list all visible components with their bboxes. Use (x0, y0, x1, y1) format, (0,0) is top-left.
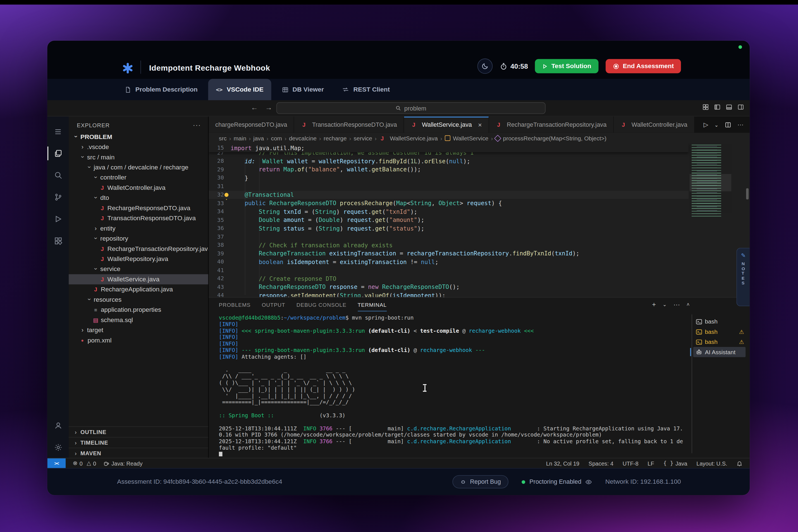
tree-item-java-com-devcalcine-recharge[interactable]: ›java / com / devcalcine / recharge (69, 162, 208, 172)
account-icon[interactable] (48, 415, 69, 437)
tree-item-problem[interactable]: ›PROBLEM (69, 132, 208, 142)
minimap-thumb[interactable] (690, 174, 731, 191)
editor-tab-transactionresponsedto[interactable]: JTransactionResponseDTO.java (294, 116, 404, 133)
tree-item-rechargetransactionrepository-java[interactable]: JRechargeTransactionRepository.java (69, 244, 208, 254)
terminal-item-bash[interactable]: bash (693, 317, 746, 327)
terminal-item-ai-assistant[interactable]: AI Assistant (693, 347, 746, 357)
terminal-output[interactable]: vscode@fd44bd2088b5:~/workspace/problem$… (219, 314, 685, 456)
tab-vscode-ide[interactable]: <> VSCode IDE (208, 79, 271, 100)
more-actions-icon[interactable]: ··· (673, 301, 680, 308)
lightbulb-icon[interactable] (224, 193, 229, 197)
cursor-position[interactable]: Ln 32, Col 19 (546, 460, 579, 467)
section-outline[interactable]: ›OUTLINE (69, 426, 208, 437)
close-icon[interactable]: × (478, 121, 482, 128)
page-title: Idempotent Recharge Webhook (149, 64, 270, 73)
maximize-panel-icon[interactable]: ˄ (687, 302, 690, 307)
tab-terminal[interactable]: TERMINAL (358, 298, 387, 311)
toggle-panel-icon[interactable] (726, 104, 732, 111)
menu-hamburger-icon[interactable] (48, 120, 69, 142)
editor-tab-rechargeresponsedto[interactable]: chargeResponseDTO.java (208, 116, 294, 133)
crumb[interactable]: recharge (323, 135, 347, 141)
run-file-icon[interactable]: ▷ (704, 121, 708, 128)
crumb[interactable]: com (271, 135, 282, 141)
tree-item-walletrepository-java[interactable]: JWalletRepository.java (69, 254, 208, 264)
tab-rest-client[interactable]: REST Client (334, 79, 397, 100)
tree-item-src-main[interactable]: ›src / main (69, 152, 208, 162)
command-search-input[interactable]: problem (276, 102, 545, 114)
tree-item-application-properties[interactable]: ≡application.properties (69, 305, 208, 315)
section-maven[interactable]: ›MAVEN (69, 448, 208, 458)
forward-arrow-icon[interactable]: → (265, 103, 273, 111)
tree-item-rechargeresponsedto-java[interactable]: JRechargeResponseDTO.java (69, 203, 208, 213)
section-timeline[interactable]: ›TIMELINE (69, 437, 208, 448)
explorer-icon[interactable] (48, 142, 69, 164)
back-arrow-icon[interactable]: ← (251, 103, 258, 111)
remote-indicator[interactable]: >< (48, 458, 66, 468)
tab-problems[interactable]: PROBLEMS (219, 298, 251, 311)
tab-output[interactable]: OUTPUT (262, 298, 285, 311)
tree-item-service[interactable]: ›service (69, 264, 208, 274)
chevron-down-icon[interactable]: ⌄ (714, 122, 719, 128)
keyboard-layout[interactable]: Layout: U.S. (697, 460, 727, 467)
chevron-down-icon[interactable]: ⌄ (663, 302, 667, 307)
bell-icon[interactable] (736, 460, 742, 467)
terminal-item-label: bash (705, 319, 717, 325)
crumb[interactable]: main (234, 135, 246, 141)
tree-item-transactionresponsedto-java[interactable]: JTransactionResponseDTO.java (69, 213, 208, 223)
report-bug-button[interactable]: Report Bug (452, 475, 508, 488)
editor-scrollbar[interactable] (746, 188, 748, 199)
split-editor-icon[interactable] (725, 121, 731, 128)
code-editor[interactable]: 27 // For this implementation, we assume… (208, 144, 750, 297)
tree-item-resources[interactable]: ›resources (69, 294, 208, 305)
problems-status[interactable]: ⊗0 △0 (73, 460, 96, 467)
tab-problem-description[interactable]: Problem Description (117, 79, 205, 100)
toggle-secondary-sidebar-icon[interactable] (737, 104, 744, 111)
code-line-43: 43 RechargeResponseDTO response = new Re… (208, 283, 689, 291)
language-mode[interactable]: { }Java (664, 460, 687, 467)
encoding[interactable]: UTF-8 (623, 460, 638, 467)
layout-grid-icon[interactable] (702, 104, 709, 111)
extensions-icon[interactable] (48, 230, 69, 252)
test-solution-button[interactable]: Test Solution (535, 59, 598, 73)
crumb-class[interactable]: WalletService (453, 135, 488, 141)
tree-item-walletcontroller-java[interactable]: JWalletController.java (69, 183, 208, 193)
tree-item-dto[interactable]: ›dto (69, 193, 208, 203)
notes-side-tab[interactable]: ✎ NOTES (736, 248, 749, 306)
crumb-method[interactable]: processRecharge(Map<String, Object>) (503, 135, 607, 141)
end-assessment-button[interactable]: End Assessment (606, 59, 681, 73)
tree-item-vscode[interactable]: ›.vscode (69, 142, 208, 152)
source-control-icon[interactable] (48, 186, 69, 208)
crumb[interactable]: java (253, 135, 264, 141)
more-actions-icon[interactable]: ··· (737, 121, 744, 128)
run-debug-icon[interactable] (48, 208, 69, 230)
theme-toggle-button[interactable] (478, 59, 493, 74)
tree-item-controller[interactable]: ›controller (69, 172, 208, 183)
terminal-icon (696, 328, 703, 335)
crumb[interactable]: service (354, 135, 372, 141)
tree-item-schema-sql[interactable]: ▤schema.sql (69, 315, 208, 325)
tree-item-entity[interactable]: ›entity (69, 223, 208, 233)
tree-item-target[interactable]: ›target (69, 325, 208, 335)
tree-item-pom-xml[interactable]: ●pom.xml (69, 335, 208, 345)
editor-tab-walletcontroller[interactable]: JWalletController.java (614, 116, 694, 133)
tree-item-repository[interactable]: ›repository (69, 234, 208, 244)
new-terminal-icon[interactable]: + (652, 301, 656, 308)
tab-db-viewer[interactable]: DB Viewer (274, 79, 331, 100)
eol[interactable]: LF (648, 460, 654, 467)
crumb[interactable]: src (219, 135, 227, 141)
toggle-sidebar-icon[interactable] (714, 104, 721, 111)
indentation[interactable]: Spaces: 4 (589, 460, 613, 467)
editor-tab-walletservice[interactable]: JWalletService.java× (404, 116, 489, 133)
crumb[interactable]: devcalcine (289, 135, 317, 141)
explorer-more-icon[interactable]: ··· (193, 121, 201, 129)
java-status[interactable]: Java: Ready (103, 460, 143, 467)
terminal-item-bash[interactable]: bash⚠ (693, 327, 746, 337)
settings-gear-icon[interactable] (48, 437, 69, 458)
tab-debug-console[interactable]: DEBUG CONSOLE (297, 298, 347, 311)
editor-tab-rechargetransactionrepository[interactable]: JRechargeTransactionRepository.java (489, 116, 614, 133)
tree-item-walletservice-java[interactable]: JWalletService.java (69, 274, 208, 284)
terminal-item-bash[interactable]: bash⚠ (693, 337, 746, 347)
tree-item-rechargeapplication-java[interactable]: JRechargeApplication.java (69, 284, 208, 294)
search-sidebar-icon[interactable] (48, 165, 69, 186)
crumb-file[interactable]: WalletService.java (390, 135, 438, 141)
